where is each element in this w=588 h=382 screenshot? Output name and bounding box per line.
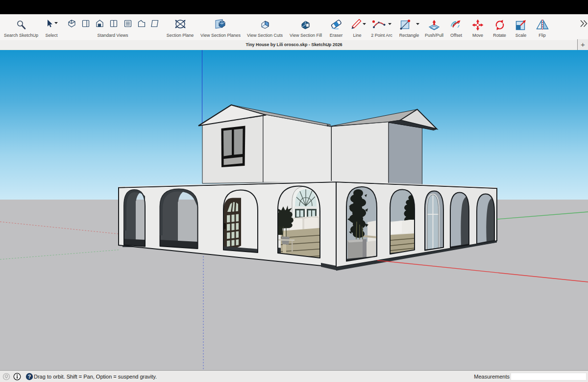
svg-text:?: ? — [28, 374, 31, 380]
